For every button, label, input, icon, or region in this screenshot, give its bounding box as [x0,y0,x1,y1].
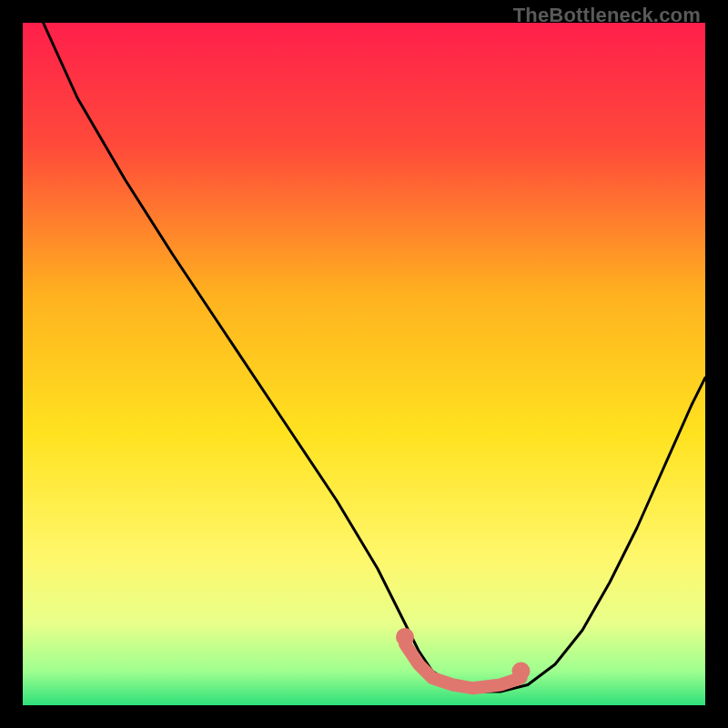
chart-svg [23,23,705,705]
highlight-dot [396,628,414,646]
chart-frame [23,23,705,705]
gradient-background [23,23,705,705]
highlight-dot [512,662,531,681]
